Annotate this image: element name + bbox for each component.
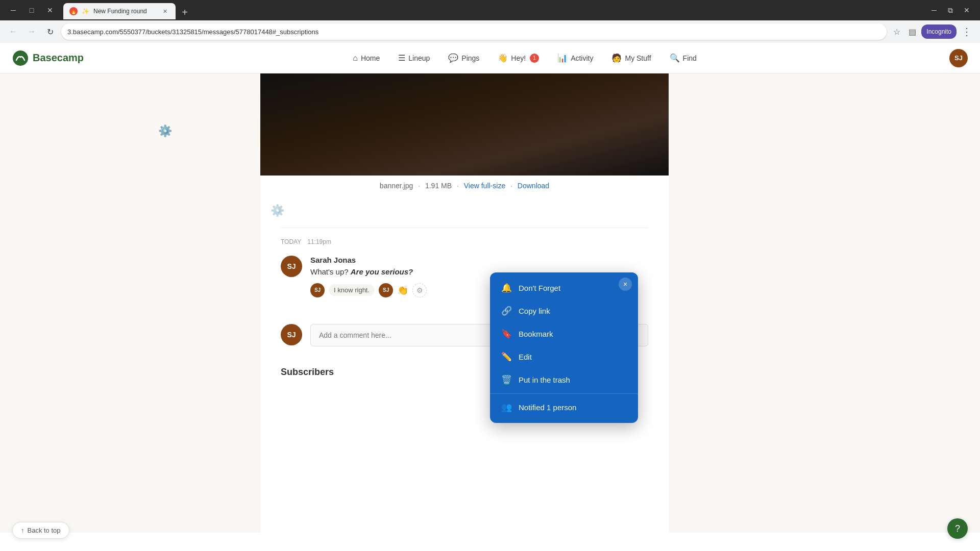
bookmark-icon: 🔖 xyxy=(500,329,512,339)
more-options-button[interactable]: ⋮ xyxy=(960,24,974,39)
browser-chrome: ─ □ ✕ 🔥 ✨ New Funding round ✕ + ─ ⧉ ✕ ← … xyxy=(0,0,980,43)
context-menu-notified[interactable]: 👥 Notified 1 person xyxy=(490,396,638,419)
context-menu-dont-forget-label: Don't Forget xyxy=(519,284,560,292)
date-label: TODAY xyxy=(281,238,301,245)
file-info: banner.jpg · 1.91 MB · View full-size · … xyxy=(260,176,669,202)
nav-mystuff-label: My Stuff xyxy=(625,54,651,62)
tab-close-button[interactable]: ✕ xyxy=(160,7,169,16)
nav-find[interactable]: 🔍 Find xyxy=(662,49,705,67)
tab-spark-icon: ✨ xyxy=(82,8,89,15)
user-avatar-nav[interactable]: SJ xyxy=(949,49,968,67)
nav-activity-label: Activity xyxy=(571,54,593,62)
time-label: 11:19pm xyxy=(307,238,331,245)
close-window-button[interactable]: ✕ xyxy=(43,3,57,17)
download-link[interactable]: Download xyxy=(518,182,549,190)
reaction-avatar-2: SJ xyxy=(379,283,393,297)
context-menu-dont-forget[interactable]: 🔔 Don't Forget xyxy=(490,277,638,299)
nav-mystuff[interactable]: 🧑 My Stuff xyxy=(603,49,659,67)
pings-icon: 💬 xyxy=(448,53,458,63)
comment-author: Sarah Jonas xyxy=(310,256,648,264)
nav-home-label: Home xyxy=(361,54,380,62)
reaction-avatar: SJ xyxy=(310,283,325,297)
context-menu-divider xyxy=(490,393,638,394)
nav-hey-label: Hey! xyxy=(511,54,526,62)
emoji-decoration: ⚙️ xyxy=(107,73,260,138)
activity-icon: 📊 xyxy=(557,53,568,63)
nav-home[interactable]: ⌂ Home xyxy=(345,49,388,67)
back-to-top-arrow-icon: ↑ xyxy=(21,527,24,533)
maximize-button[interactable]: □ xyxy=(24,3,39,17)
logo-area: Basecamp xyxy=(12,50,84,66)
nav-lineup-label: Lineup xyxy=(408,54,430,62)
banner-photo xyxy=(260,73,669,176)
nav-lineup[interactable]: ☰ Lineup xyxy=(390,49,438,67)
nav-pings-label: Pings xyxy=(461,54,479,62)
context-menu-trash[interactable]: 🗑️ Put in the trash xyxy=(490,368,638,391)
banner-filename: banner.jpg xyxy=(380,182,413,190)
forward-button[interactable]: → xyxy=(24,24,39,39)
view-full-size-link[interactable]: View full-size xyxy=(464,182,505,190)
address-input[interactable] xyxy=(61,23,887,40)
mystuff-icon: 🧑 xyxy=(611,53,622,63)
context-menu-trash-label: Put in the trash xyxy=(519,375,570,384)
banner-filesize: 1.91 MB xyxy=(425,182,452,190)
refresh-button[interactable]: ↻ xyxy=(43,24,57,39)
window-close-button[interactable]: ✕ xyxy=(960,3,974,17)
logo-text: Basecamp xyxy=(33,52,84,64)
hey-badge: 1 xyxy=(530,54,539,63)
new-tab-button[interactable]: + xyxy=(178,5,192,19)
profile-button[interactable]: Incognito xyxy=(921,24,957,39)
hey-icon: 👋 xyxy=(498,53,508,63)
lineup-icon: ☰ xyxy=(398,53,405,63)
browser-titlebar: ─ □ ✕ 🔥 ✨ New Funding round ✕ + ─ ⧉ ✕ xyxy=(0,0,980,20)
back-to-top-button[interactable]: ↑ Back to top xyxy=(12,522,69,533)
banner-image: ⚙️ xyxy=(260,73,669,176)
dot-1: · xyxy=(418,182,420,190)
gear-float: ⚙️ xyxy=(260,204,669,217)
context-menu-close-button[interactable]: × xyxy=(619,278,632,291)
back-to-top-label: Back to top xyxy=(28,527,61,533)
tab-favicon: 🔥 xyxy=(69,7,78,15)
copy-link-icon: 🔗 xyxy=(500,306,512,316)
tab-title: New Funding round xyxy=(93,8,156,15)
minimize-button[interactable]: ─ xyxy=(6,3,20,17)
nav-links: ⌂ Home ☰ Lineup 💬 Pings 👋 Hey! 1 📊 Activ… xyxy=(100,49,949,67)
page-layout: ⚙️ ⚙️ banner.jpg · 1.91 MB · View full-s… xyxy=(0,73,980,533)
notified-icon: 👥 xyxy=(500,402,512,413)
reaction-text: I know right. xyxy=(334,286,370,294)
context-menu-edit-label: Edit xyxy=(519,353,532,361)
find-icon: 🔍 xyxy=(670,53,680,63)
window-controls: ─ ⧉ ✕ xyxy=(927,3,974,17)
add-reaction-button[interactable]: ⚙ xyxy=(412,283,427,297)
window-minimize-button[interactable]: ─ xyxy=(927,3,941,17)
context-menu-bookmark[interactable]: 🔖 Bookmark xyxy=(490,322,638,345)
context-menu-edit[interactable]: ✏️ Edit xyxy=(490,345,638,368)
home-icon: ⌂ xyxy=(353,54,358,63)
comment-text-before: What's up? xyxy=(310,267,351,276)
app-nav: Basecamp ⌂ Home ☰ Lineup 💬 Pings 👋 Hey! … xyxy=(0,43,980,73)
nav-find-label: Find xyxy=(683,54,697,62)
context-menu-copy-link[interactable]: 🔗 Copy link xyxy=(490,299,638,322)
dot-3: · xyxy=(510,182,512,190)
nav-pings[interactable]: 💬 Pings xyxy=(440,49,487,67)
bookmark-star-button[interactable]: ☆ xyxy=(891,26,903,38)
basecamp-logo-icon xyxy=(12,50,29,66)
context-menu: × 🔔 Don't Forget 🔗 Copy link 🔖 Bookmark … xyxy=(490,272,638,423)
right-spacer xyxy=(669,73,873,533)
svg-point-0 xyxy=(13,51,28,66)
nav-activity[interactable]: 📊 Activity xyxy=(549,49,601,67)
commenter-avatar: SJ xyxy=(281,324,302,345)
address-bar-row: ← → ↻ ☆ ▤ Incognito ⋮ xyxy=(0,20,980,43)
sidebar-toggle-button[interactable]: ▤ xyxy=(906,26,918,38)
app-container: Basecamp ⌂ Home ☰ Lineup 💬 Pings 👋 Hey! … xyxy=(0,43,980,533)
active-tab[interactable]: 🔥 ✨ New Funding round ✕ xyxy=(63,3,176,19)
date-divider: TODAY 11:19pm xyxy=(281,238,648,245)
back-button[interactable]: ← xyxy=(6,24,20,39)
nav-hey[interactable]: 👋 Hey! 1 xyxy=(489,49,547,67)
window-restore-button[interactable]: ⧉ xyxy=(943,3,958,17)
reaction-bubble: I know right. xyxy=(329,284,375,296)
trash-icon: 🗑️ xyxy=(500,374,512,385)
comment-text-italic: Are you serious? xyxy=(351,267,413,276)
browser-controls: ─ □ ✕ xyxy=(6,3,57,17)
tab-bar: 🔥 ✨ New Funding round ✕ + xyxy=(61,1,923,19)
